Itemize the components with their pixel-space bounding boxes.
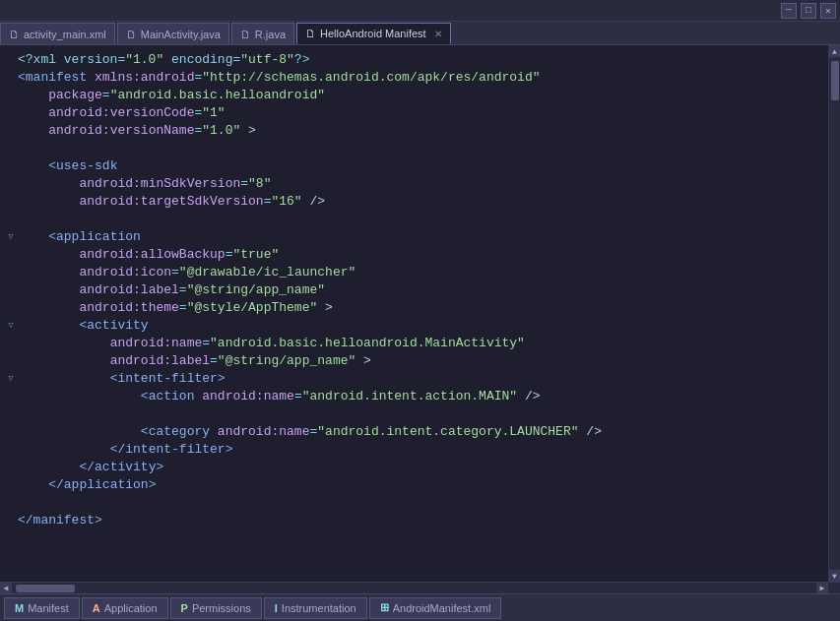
- close-window-button[interactable]: ✕: [820, 3, 836, 19]
- instrumentation-tab-icon: I: [275, 602, 278, 614]
- maximize-button[interactable]: □: [801, 3, 816, 19]
- tab-file-icon: 🗋: [9, 29, 20, 40]
- fold-button[interactable]: ▽: [4, 372, 18, 386]
- tab-file-icon: 🗋: [240, 29, 251, 40]
- bottom-tab-instrumentation[interactable]: I Instrumentation: [264, 597, 367, 619]
- fold-button[interactable]: ▽: [4, 230, 18, 244]
- code-line: android:label="@string/app_name": [4, 281, 820, 299]
- horizontal-scroll-track[interactable]: [12, 585, 816, 592]
- androidmanifest-tab-label: AndroidManifest.xml: [393, 602, 491, 614]
- tab-activity-main[interactable]: 🗋 activity_main.xml: [0, 23, 115, 44]
- horizontal-scroll-thumb[interactable]: [16, 585, 75, 592]
- code-line: android:minSdkVersion="8": [4, 175, 820, 193]
- code-line: android:theme="@style/AppTheme" >: [4, 299, 820, 317]
- code-editor[interactable]: <?xml version="1.0" encoding="utf-8"?> <…: [0, 45, 828, 582]
- manifest-tab-icon: M: [15, 602, 24, 614]
- code-line: <action android:name="android.intent.act…: [4, 388, 820, 405]
- permissions-tab-icon: P: [181, 602, 188, 614]
- scrollbar-corner: [828, 583, 840, 594]
- code-line: <?xml version="1.0" encoding="utf-8"?>: [4, 51, 820, 69]
- permissions-tab-label: Permissions: [192, 602, 251, 614]
- bottom-tab-permissions[interactable]: P Permissions: [170, 597, 262, 619]
- scroll-thumb[interactable]: [831, 61, 839, 100]
- instrumentation-tab-label: Instrumentation: [282, 602, 356, 614]
- minimize-button[interactable]: ─: [781, 3, 797, 19]
- bottom-tab-androidmanifest[interactable]: ⊞ AndroidManifest.xml: [369, 597, 502, 619]
- scroll-down-button[interactable]: ▼: [829, 570, 841, 582]
- fold-button[interactable]: ▽: [4, 319, 18, 333]
- code-line: ▽ <intent-filter>: [4, 370, 820, 388]
- code-content: <?xml version="1.0" encoding="utf-8"?> <…: [0, 49, 828, 531]
- code-line: </activity>: [4, 459, 820, 476]
- code-line: [4, 140, 820, 157]
- scroll-right-button[interactable]: ▶: [816, 583, 828, 594]
- title-bar-controls[interactable]: ─ □ ✕: [781, 3, 836, 19]
- code-line: android:allowBackup="true": [4, 246, 820, 264]
- code-line: android:icon="@drawable/ic_launcher": [4, 264, 820, 281]
- code-line: </intent-filter>: [4, 441, 820, 459]
- vertical-scrollbar[interactable]: ▲ ▼: [828, 45, 840, 582]
- scroll-up-button[interactable]: ▲: [829, 45, 841, 57]
- code-line: [4, 494, 820, 512]
- code-line: ▽ <activity: [4, 317, 820, 335]
- tab-close-button[interactable]: ✕: [434, 29, 442, 39]
- androidmanifest-tab-icon: ⊞: [380, 601, 389, 614]
- code-line: android:targetSdkVersion="16" />: [4, 193, 820, 211]
- tab-main-activity[interactable]: 🗋 MainActivity.java: [117, 23, 229, 44]
- code-line: <uses-sdk: [4, 157, 820, 175]
- code-line: </application>: [4, 476, 820, 494]
- tab-file-icon: 🗋: [305, 28, 316, 39]
- application-tab-label: Application: [104, 602, 158, 614]
- code-line: package="android.basic.helloandroid": [4, 87, 820, 104]
- code-line: ▽ <application: [4, 228, 820, 246]
- code-line: android:name="android.basic.helloandroid…: [4, 335, 820, 352]
- bottom-tab-manifest[interactable]: M Manifest: [4, 597, 80, 619]
- tab-hello-manifest[interactable]: 🗋 HelloAndroid Manifest ✕: [296, 23, 451, 44]
- manifest-tab-label: Manifest: [28, 602, 69, 614]
- application-tab-icon: A: [93, 602, 100, 614]
- scroll-left-button[interactable]: ◀: [0, 583, 12, 594]
- bottom-tab-application[interactable]: A Application: [82, 597, 168, 619]
- tab-file-icon: 🗋: [126, 29, 137, 40]
- code-line: android:label="@string/app_name" >: [4, 352, 820, 370]
- code-line: [4, 405, 820, 423]
- code-line: android:versionName="1.0" >: [4, 122, 820, 140]
- editor-tab-bar: 🗋 activity_main.xml 🗋 MainActivity.java …: [0, 22, 840, 45]
- bottom-tab-bar: M Manifest A Application P Permissions I…: [0, 593, 840, 621]
- code-line: <manifest xmlns:android="http://schemas.…: [4, 69, 820, 87]
- horizontal-scrollbar[interactable]: ◀ ▶: [0, 582, 840, 593]
- tab-r-java[interactable]: 🗋 R.java: [231, 23, 294, 44]
- code-line: </manifest>: [4, 512, 820, 529]
- title-bar: ─ □ ✕: [0, 0, 840, 22]
- editor-container: <?xml version="1.0" encoding="utf-8"?> <…: [0, 45, 840, 582]
- code-line: <category android:name="android.intent.c…: [4, 423, 820, 441]
- code-line: android:versionCode="1": [4, 104, 820, 122]
- code-line: [4, 211, 820, 228]
